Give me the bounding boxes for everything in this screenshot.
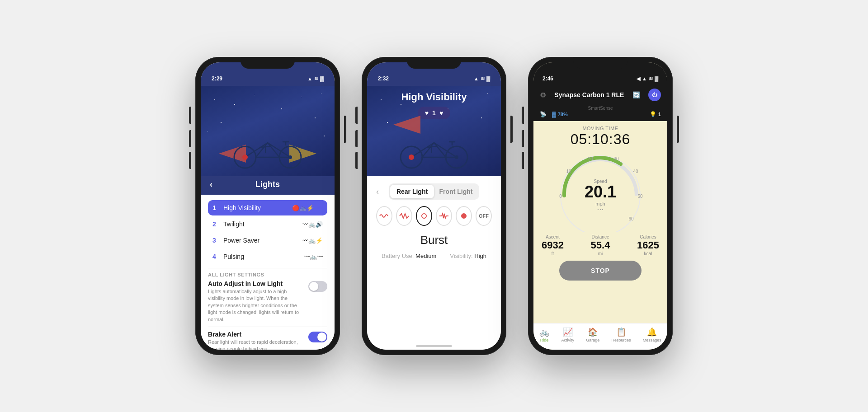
mode-icons-1: 🔴🚲⚡ — [292, 205, 314, 211]
hero-image-2: High Visibility ♥ 1 ♥ — [367, 86, 501, 176]
stop-button[interactable]: STOP — [559, 261, 642, 281]
speed-unit: mph — [585, 201, 616, 206]
ascent-stat: Ascent 6932 ft — [542, 234, 564, 256]
edit-icon[interactable]: ✏ — [317, 204, 323, 211]
notch-2 — [407, 57, 461, 69]
auto-adjust-toggle[interactable] — [308, 281, 327, 292]
mode-icons-2: 〰🚲🔊 — [302, 221, 323, 228]
sensor-bar: SmartSense 📡 ▓ 78% 💡 1 — [533, 105, 667, 121]
tab-front-light[interactable]: Front Light — [434, 185, 478, 198]
sync-icon: 🔄 — [632, 91, 640, 98]
list-item[interactable]: 3 Power Saver 〰🚲⚡ — [208, 233, 327, 248]
back-button-2[interactable]: ‹ — [376, 187, 379, 197]
phone-lights: 2:29 ▲ ≋ ▓ — [195, 57, 340, 355]
garage-icon: 🏠 — [588, 327, 598, 337]
moving-time-value: 05:10:36 — [571, 131, 631, 148]
svg-text:10: 10 — [566, 169, 571, 174]
brake-alert-toggle[interactable] — [308, 332, 327, 342]
light-opt-burst[interactable] — [416, 206, 432, 226]
auto-adjust-desc: Lights automatically adjust to a high vi… — [208, 288, 303, 323]
back-button-1[interactable]: ‹ — [210, 180, 212, 189]
signal-icon: ▲ — [307, 76, 312, 81]
visibility-spec: Visibility: High — [450, 253, 486, 259]
tab-rear-light[interactable]: Rear Light — [390, 185, 434, 198]
speedometer: 0 10 20 30 40 50 60 Speed 20.1 mph • • • — [551, 150, 650, 232]
auto-adjust-row: Auto Adjust in Low Light Lights automati… — [208, 280, 327, 323]
speed-value: 20.1 — [585, 184, 616, 200]
visibility-val: High — [474, 253, 486, 259]
nav-messages[interactable]: 🔔 Messages — [643, 327, 661, 342]
lights-content: 1 High Visibility 🔴🚲⚡ ✏ 2 Twilight 〰🚲🔊 3… — [201, 195, 335, 350]
status-icons-1: ▲ ≋ ▓ — [307, 76, 324, 82]
bottom-nav: 🚲 Ride 📈 Activity 🏠 Garage 📋 Resources 🔔 — [533, 323, 667, 350]
burst-mode-name: Burst — [376, 233, 492, 247]
svg-point-7 — [242, 154, 248, 160]
list-item[interactable]: 1 High Visibility 🔴🚲⚡ ✏ — [208, 200, 327, 215]
battery-icon-2: ▓ — [486, 76, 490, 81]
time-3: 2:46 — [542, 75, 553, 82]
mode-icons-3: 〰🚲⚡ — [302, 237, 323, 244]
tab-bar: Rear Light Front Light — [389, 183, 479, 200]
battery-icon: ▓ — [320, 76, 324, 81]
calories-label: Calories — [637, 234, 659, 239]
svg-text:0: 0 — [559, 194, 562, 199]
moving-time-label: Moving Time — [582, 126, 618, 131]
scene: 2:29 ▲ ≋ ▓ — [177, 39, 691, 373]
status-icons-3: ◀ ▲ ≋ ▓ — [637, 76, 658, 82]
resources-label: Resources — [611, 338, 631, 342]
brake-alert-row: Brake Alert Rear light will react to rap… — [208, 331, 327, 350]
radar-icon: 📡 — [540, 111, 547, 117]
signal-icon-2: ▲ — [474, 76, 479, 81]
wifi-icon-2: ≋ — [481, 76, 485, 82]
divider-2 — [208, 327, 327, 327]
tab-row: ‹ Rear Light Front Light — [376, 183, 492, 200]
home-bar-2 — [416, 345, 452, 347]
light-opt-wave[interactable] — [396, 206, 412, 226]
mode-name-twilight: Twilight — [223, 220, 302, 228]
wifi-icon-3: ≋ — [649, 76, 653, 82]
power-button[interactable]: ⏻ — [648, 89, 661, 101]
spec-row: Battery Use: Medium Visibility: High — [376, 253, 492, 259]
speed-center: Speed 20.1 mph • • • — [585, 179, 616, 211]
notch-3 — [573, 57, 627, 69]
battery-spec: Battery Use: Medium — [382, 253, 436, 259]
list-item[interactable]: 2 Twilight 〰🚲🔊 — [208, 216, 327, 232]
distance-val: 55.4 — [591, 239, 610, 251]
battery-icon-3: ▓ — [655, 76, 658, 81]
nav-activity[interactable]: 📈 Activity — [561, 327, 574, 342]
nav-ride[interactable]: 🚲 Ride — [539, 327, 549, 342]
ascent-label: Ascent — [542, 234, 564, 239]
distance-label: Distance — [591, 234, 610, 239]
svg-text:30: 30 — [613, 156, 619, 161]
page-title-1: Lights — [255, 180, 280, 189]
location-icon: ◀ — [637, 76, 640, 82]
sensor-battery: ▓ 78% — [552, 111, 568, 117]
sensor-radar: 📡 — [540, 111, 547, 117]
distance-stat: Distance 55.4 mi — [591, 234, 610, 256]
list-item[interactable]: 4 Pulsing 〰🚲〰 — [208, 249, 327, 264]
light-opt-off[interactable]: OFF — [476, 206, 492, 226]
nav-resources[interactable]: 📋 Resources — [611, 327, 631, 342]
settings-icon[interactable]: ⚙ — [540, 91, 546, 99]
home-indicator-2 — [367, 342, 501, 350]
bottom-sheet: ‹ Rear Light Front Light — [367, 176, 501, 342]
nav-garage[interactable]: 🏠 Garage — [586, 327, 599, 342]
ascent-unit: ft — [542, 251, 564, 256]
light-opt-solid[interactable] — [456, 206, 472, 226]
messages-label: Messages — [643, 338, 661, 342]
light-opt-sine[interactable] — [376, 206, 392, 226]
bike-illustration — [227, 129, 308, 172]
calories-unit: kcal — [637, 251, 659, 256]
sensor-num: 💡 1 — [650, 111, 661, 117]
activity-label: Activity — [561, 338, 574, 342]
ascent-val: 6932 — [542, 239, 564, 251]
top-bar: ⚙ Synapse Carbon 1 RLE 🔄 ⏻ — [533, 86, 667, 105]
light-opt-pulse[interactable] — [436, 206, 452, 226]
section-label: ALL LIGHT SETTINGS — [208, 272, 327, 277]
ride-content: Moving Time 05:10:36 — [533, 121, 667, 323]
mode-name-pulsing: Pulsing — [223, 253, 304, 260]
svg-point-15 — [409, 154, 414, 160]
smartsense-label: SmartSense — [588, 106, 613, 111]
phone-high-visibility: 2:32 ▲ ≋ ▓ High — [362, 57, 506, 355]
mode-icons-4: 〰🚲〰 — [304, 253, 323, 260]
